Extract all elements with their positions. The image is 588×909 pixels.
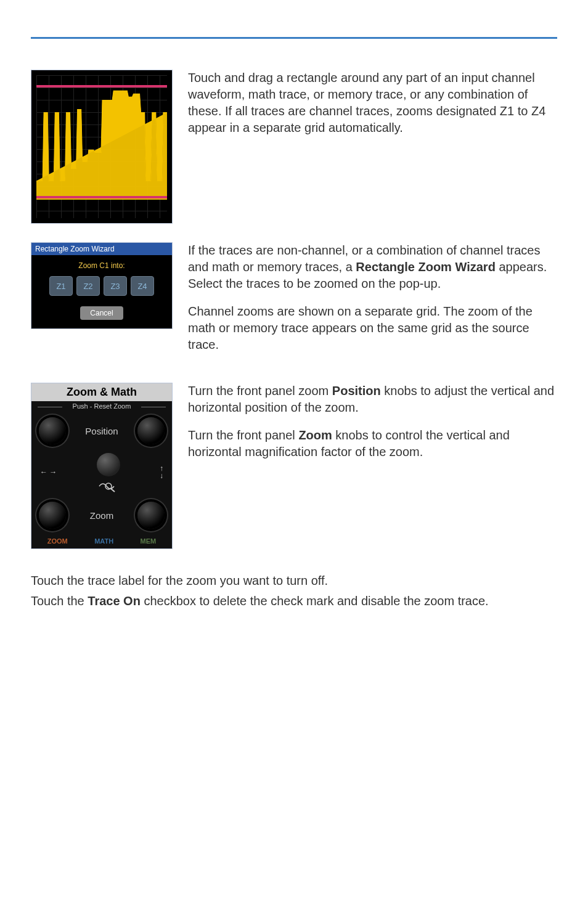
thumbnail-zoom-math: Zoom & Math Push - Reset Zoom Position ←… <box>31 383 173 549</box>
position-knob-left[interactable] <box>39 417 66 444</box>
tab-mem[interactable]: MEM <box>141 537 157 545</box>
dialog-subtitle: Zoom C1 into: <box>36 261 167 270</box>
tab-math[interactable]: MATH <box>94 537 113 545</box>
header-rule <box>31 37 557 39</box>
cancel-button[interactable]: Cancel <box>80 306 123 320</box>
z2-button[interactable]: Z2 <box>76 276 100 296</box>
zoom-knob-right[interactable] <box>137 502 165 529</box>
bottom-text: Touch the trace label for the zoom you w… <box>31 574 557 608</box>
arrows-horizontal-icon: ← → <box>40 468 57 476</box>
document-page: Touch and drag a rectangle around any pa… <box>0 0 588 676</box>
dialog-title: Rectangle Zoom Wizard <box>31 243 172 255</box>
tab-zoom[interactable]: ZOOM <box>47 537 68 545</box>
row-waveform: Touch and drag a rectangle around any pa… <box>31 70 557 224</box>
panel-subheader: Push - Reset Zoom <box>31 401 172 412</box>
paragraph: If the traces are non-channel, or a comb… <box>188 242 557 292</box>
svg-line-1 <box>111 489 115 492</box>
zoom-label: Zoom <box>90 510 113 521</box>
paragraph: Touch and drag a rectangle around any pa… <box>188 70 557 136</box>
thumbnail-waveform <box>31 70 173 224</box>
z4-button[interactable]: Z4 <box>131 276 154 296</box>
paragraph: Touch the trace label for the zoom you w… <box>31 574 557 588</box>
row-zoom-math-panel: Zoom & Math Push - Reset Zoom Position ←… <box>31 383 557 549</box>
position-label: Position <box>85 426 118 436</box>
paragraph: Turn the front panel Zoom knobs to contr… <box>188 427 557 460</box>
center-knob[interactable] <box>97 453 120 476</box>
paragraph: Channel zooms are shown on a separate gr… <box>188 303 557 353</box>
row-zoom-wizard: Rectangle Zoom Wizard Zoom C1 into: Z1 Z… <box>31 242 557 364</box>
paragraph: Touch the Trace On checkbox to delete th… <box>31 594 557 608</box>
z1-button[interactable]: Z1 <box>49 276 73 296</box>
magnifier-icon <box>98 480 119 492</box>
z3-button[interactable]: Z3 <box>104 276 127 296</box>
paragraph: Turn the front panel zoom Position knobs… <box>188 383 557 416</box>
thumbnail-zoom-wizard: Rectangle Zoom Wizard Zoom C1 into: Z1 Z… <box>31 242 173 329</box>
arrows-vertical-icon: ↑↓ <box>160 465 163 479</box>
panel-header: Zoom & Math <box>31 383 172 401</box>
position-knob-right[interactable] <box>137 417 165 444</box>
zoom-knob-left[interactable] <box>39 502 66 529</box>
